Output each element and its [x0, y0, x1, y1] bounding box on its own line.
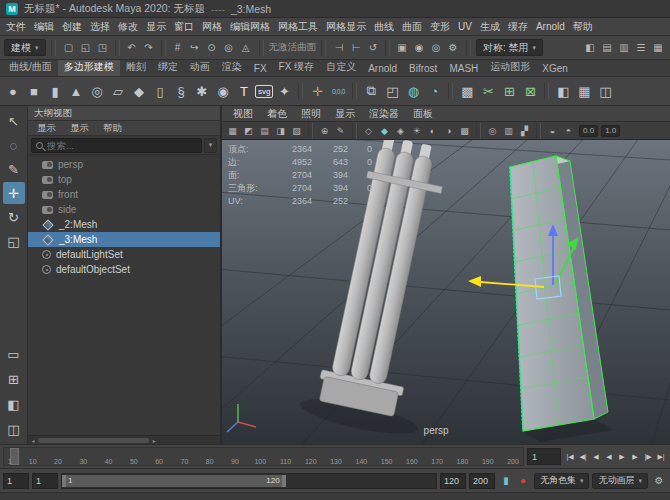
toolbox-layout-four-view[interactable]: ⊞	[3, 368, 25, 390]
status-snap-to-curve[interactable]: ↪	[187, 40, 203, 56]
scroll-right-arrow[interactable]: ▸	[149, 437, 159, 444]
status-ipr-render[interactable]: ◎	[428, 40, 444, 56]
shelf-poly-pipe[interactable]: ▯	[150, 79, 170, 103]
vp-lighting-all[interactable]: ☀	[409, 123, 424, 138]
menu-select[interactable]: 选择	[86, 20, 114, 34]
shelf-poly-cube[interactable]: ■	[24, 79, 44, 103]
symmetry-dropdown[interactable]: 对称: 禁用 ▾	[476, 39, 543, 56]
shelf-bridge[interactable]: ◫	[595, 79, 615, 103]
vp-grease-pencil[interactable]: ✎	[333, 123, 348, 138]
vp-menu-show[interactable]: 显示	[328, 107, 362, 121]
outliner-menu-display[interactable]: 显示	[30, 122, 63, 135]
menu-uv[interactable]: UV	[454, 21, 476, 32]
status-hypershade-panel[interactable]: ▤	[599, 40, 615, 56]
status-attribute-editor-panel[interactable]: ▥	[616, 40, 632, 56]
menu-mesh-tools[interactable]: 网格工具	[274, 20, 322, 34]
status-snap-to-point[interactable]: ⊙	[204, 40, 220, 56]
search-input[interactable]	[47, 140, 197, 151]
toolbox-layout-single-pane[interactable]: ▭	[3, 343, 25, 365]
toolbox-move-tool[interactable]: ✛	[3, 182, 25, 204]
shelf-super-ellipse[interactable]: ✦	[274, 79, 294, 103]
shelf-tab-arnold[interactable]: Arnold	[362, 62, 403, 76]
playback-go-to-playback-end[interactable]: ▶|	[655, 448, 667, 465]
shelf-svg-tool[interactable]: svg	[255, 85, 273, 98]
shelf-poly-cone[interactable]: ▲	[66, 79, 86, 103]
outliner-menu-show[interactable]: 显示	[63, 122, 96, 135]
status-open-render-view[interactable]: ▣	[394, 40, 410, 56]
vp-joints-xray[interactable]: ▞	[517, 123, 532, 138]
shelf-tab-curves-surfaces[interactable]: 曲线/曲面	[3, 60, 58, 76]
shelf-tab-poly-modeling[interactable]: 多边形建模	[58, 60, 120, 76]
status-render-current-frame[interactable]: ◉	[411, 40, 427, 56]
menu-help[interactable]: 帮助	[569, 20, 597, 34]
playback-step-forward-one-frame[interactable]: ▶	[629, 448, 641, 465]
shelf-poly-plane[interactable]: ▱	[108, 79, 128, 103]
range-slider[interactable]: 1 120	[61, 473, 437, 489]
shelf-poly-helix[interactable]: §	[171, 79, 191, 103]
menu-windows[interactable]: 窗口	[170, 20, 198, 34]
vp-bookmarks[interactable]: ◨	[273, 123, 288, 138]
status-output-connections[interactable]: ⊢	[348, 40, 364, 56]
menu-edit-mesh[interactable]: 编辑网格	[226, 20, 274, 34]
search-options-button[interactable]: ▾	[204, 138, 217, 153]
vp-menu-lighting[interactable]: 照明	[294, 107, 328, 121]
status-modeling-toolkit-panel[interactable]: ◧	[582, 40, 598, 56]
playback-start-field[interactable]: 1	[3, 473, 29, 489]
shelf-tab-animation[interactable]: 动画	[184, 60, 216, 76]
menu-create[interactable]: 创建	[58, 20, 86, 34]
shelf-tab-rendering[interactable]: 渲染	[216, 60, 248, 76]
shelf-type-tool[interactable]: T	[234, 79, 254, 103]
playback-step-forward-one-key[interactable]: |▶	[642, 448, 654, 465]
menu-arnold[interactable]: Arnold	[532, 21, 569, 32]
outliner-item-side[interactable]: side	[28, 202, 220, 217]
vp-menu-shading[interactable]: 着色	[260, 107, 294, 121]
status-channel-box-panel[interactable]: ▦	[650, 40, 666, 56]
status-save-scene[interactable]: ◳	[95, 40, 111, 56]
shelf-boolean-difference[interactable]: ◔	[424, 79, 444, 103]
time-slider[interactable]: 1102030405060708090100110120130140150160…	[3, 447, 524, 466]
shelf-platonic-solid[interactable]: ◆	[129, 79, 149, 103]
animation-start-field[interactable]: 1	[32, 473, 58, 489]
vp-aa-toggle[interactable]: ▩	[457, 123, 472, 138]
outliner-item-default-object-set[interactable]: defaultObjectSet	[28, 262, 220, 277]
shelf-tab-custom[interactable]: 自定义	[320, 60, 362, 76]
scrollbar-thumb[interactable]	[38, 438, 149, 443]
status-snap-to-projected-center[interactable]: ◎	[221, 40, 237, 56]
status-input-connections[interactable]: ⊣	[331, 40, 347, 56]
character-set-dropdown[interactable]: 无角色集 ▾	[534, 473, 590, 489]
shelf-interactive-creation[interactable]: ✛	[307, 79, 327, 103]
current-frame-field[interactable]: 1	[527, 448, 561, 465]
status-construction-history[interactable]: ↺	[365, 40, 381, 56]
shelf-tab-mash[interactable]: MASH	[443, 62, 484, 76]
status-make-live[interactable]: ◬	[238, 40, 254, 56]
menuset-dropdown[interactable]: 建模 ▾	[4, 39, 46, 56]
shelf-poly-torus[interactable]: ◎	[87, 79, 107, 103]
menu-modify[interactable]: 修改	[114, 20, 142, 34]
shelf-combine[interactable]: ⧉	[361, 79, 381, 103]
menu-file[interactable]: 文件	[2, 20, 30, 34]
menu-display[interactable]: 显示	[142, 20, 170, 34]
playback-end-field[interactable]: 200	[469, 473, 495, 489]
status-render-settings[interactable]: ⚙	[445, 40, 461, 56]
shelf-tab-fx[interactable]: FX	[248, 62, 273, 76]
shelf-poly-gear[interactable]: ✱	[192, 79, 212, 103]
status-snap-to-grid[interactable]: #	[170, 40, 186, 56]
playback-step-back-one-frame[interactable]: ◀	[590, 448, 602, 465]
status-tool-settings-panel[interactable]: ☰	[633, 40, 649, 56]
shelf-append-to-polygon[interactable]: ⊞	[499, 79, 519, 103]
toolbox-layout-hypershade-persp[interactable]: ◫	[3, 418, 25, 440]
status-undo[interactable]: ↶	[124, 40, 140, 56]
shelf-poly-cylinder[interactable]: ▮	[45, 79, 65, 103]
shelf-boolean-union[interactable]: ◍	[403, 79, 423, 103]
shelf-separate[interactable]: ◰	[382, 79, 402, 103]
shelf-smooth[interactable]: ▩	[457, 79, 477, 103]
menu-cache[interactable]: 缓存	[504, 20, 532, 34]
vp-shadows-toggle[interactable]: ◐	[425, 123, 440, 138]
vp-image-plane[interactable]: ▧	[289, 123, 304, 138]
vp-xray-mode[interactable]: ▥	[501, 123, 516, 138]
shelf-quad-draw[interactable]: ▦	[574, 79, 594, 103]
range-bar[interactable]: 1 120	[62, 475, 286, 487]
scroll-left-arrow[interactable]: ◂	[28, 437, 38, 444]
status-open-scene[interactable]: ◱	[78, 40, 94, 56]
vp-camera-lock[interactable]: ◩	[241, 123, 256, 138]
